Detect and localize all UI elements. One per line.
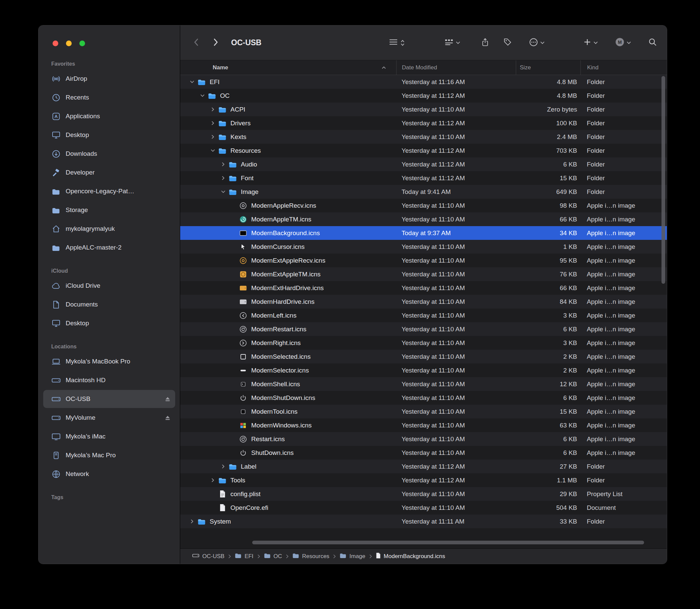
file-row-acpi[interactable]: ACPIYesterday at 11:10 AMZero bytesFolde…	[180, 103, 667, 116]
sidebar-item-myvolume[interactable]: MyVolume	[43, 409, 175, 427]
sidebar-item-documents[interactable]: Documents	[43, 295, 175, 314]
column-header-name[interactable]: Name	[180, 60, 396, 75]
file-row-modernextappletm-icns[interactable]: ModernExtAppleTM.icnsYesterday at 11:10 …	[180, 267, 667, 281]
file-row-modernextapplerecv-icns[interactable]: ModernExtAppleRecv.icnsYesterday at 11:1…	[180, 254, 667, 267]
file-row-config-plist[interactable]: config.plistYesterday at 11:10 AM29 KBPr…	[180, 487, 667, 501]
column-header-date-modified[interactable]: Date Modified	[396, 60, 516, 75]
file-row-modernshell-icns[interactable]: ModernShell.icnsYesterday at 11:10 AM12 …	[180, 377, 667, 391]
search-button[interactable]	[648, 38, 657, 48]
file-row-efi[interactable]: EFIYesterday at 11:16 AM4.8 MBFolder	[180, 75, 667, 89]
sidebar-item-mykola-s-macbook-pro[interactable]: Mykola’s MacBook Pro	[43, 352, 175, 370]
disclosure-triangle[interactable]	[208, 148, 218, 153]
file-name: OpenCore.efi	[230, 504, 268, 511]
file-row-modernwindows-icns[interactable]: ModernWindows.icnsYesterday at 11:10 AM6…	[180, 418, 667, 432]
file-row-kexts[interactable]: KextsYesterday at 11:10 AM2.4 MBFolder	[180, 130, 667, 144]
eject-icon[interactable]	[165, 415, 171, 420]
disclosure-triangle[interactable]	[208, 134, 218, 139]
path-item-image[interactable]: Image	[339, 553, 365, 560]
disclosure-triangle[interactable]	[208, 121, 218, 126]
path-item-resources[interactable]: Resources	[292, 553, 329, 560]
file-row-oc[interactable]: OCYesterday at 11:12 AM4.8 MBFolder	[180, 89, 667, 103]
sidebar-item-macintosh-hd[interactable]: Macintosh HD	[43, 371, 175, 389]
disclosure-triangle[interactable]	[218, 162, 228, 167]
horizontal-scrollbar[interactable]	[252, 541, 644, 544]
date-modified-cell: Yesterday at 11:10 AM	[396, 103, 516, 116]
tags-button[interactable]	[503, 38, 512, 48]
sidebar-item-applications[interactable]: AApplications	[43, 107, 175, 125]
file-name: ModernTool.icns	[251, 408, 297, 415]
file-row-system[interactable]: SystemYesterday at 11:11 AM33 KBFolder	[180, 515, 667, 528]
file-row-modernextharddrive-icns[interactable]: ModernExtHardDrive.icnsYesterday at 11:1…	[180, 281, 667, 295]
disclosure-triangle[interactable]	[187, 80, 197, 84]
close-button[interactable]	[53, 40, 58, 46]
minimize-button[interactable]	[66, 40, 72, 46]
disclosure-triangle[interactable]	[197, 93, 207, 98]
sidebar-item-mykola-s-mac-pro[interactable]: Mykola’s Mac Pro	[43, 446, 175, 464]
account-button[interactable]: M	[615, 37, 631, 48]
file-row-opencore-efi[interactable]: OpenCore.efiYesterday at 11:10 AM504 KBD…	[180, 501, 667, 515]
sidebar-item-desktop[interactable]: Desktop	[43, 126, 175, 144]
file-row-modernright-icns[interactable]: ModernRight.icnsYesterday at 11:10 AM3 K…	[180, 336, 667, 350]
file-row-resources[interactable]: ResourcesYesterday at 11:12 AM703 KBFold…	[180, 144, 667, 157]
path-item-label: Resources	[302, 553, 329, 560]
path-item-oc-usb[interactable]: OC-USB	[192, 553, 224, 560]
file-row-image[interactable]: ImageToday at 9:41 AM649 KBFolder	[180, 185, 667, 199]
sidebar-item-network[interactable]: Network	[43, 465, 175, 483]
file-row-moderncursor-icns[interactable]: ModernCursor.icnsYesterday at 11:10 AM1 …	[180, 240, 667, 254]
file-row-modernrestart-icns[interactable]: ModernRestart.icnsYesterday at 11:10 AM6…	[180, 322, 667, 336]
column-header-size[interactable]: Size	[516, 60, 580, 75]
sidebar-item-icloud-drive[interactable]: iCloud Drive	[43, 277, 175, 295]
file-row-font[interactable]: FontYesterday at 11:12 AM15 KBFolder	[180, 171, 667, 185]
file-row-shutdown-icns[interactable]: ShutDown.icnsYesterday at 11:10 AM6 KBAp…	[180, 446, 667, 459]
disclosure-triangle[interactable]	[218, 176, 228, 180]
file-row-modernapplerecv-icns[interactable]: ModernAppleRecv.icnsYesterday at 11:10 A…	[180, 199, 667, 212]
sidebar-item-downloads[interactable]: Downloads	[43, 145, 175, 163]
size-cell: 15 KB	[516, 405, 580, 418]
sidebar-item-mykola-s-imac[interactable]: Mykola’s iMac	[43, 428, 175, 446]
sidebar-item-opencore-legacy-pat[interactable]: Opencore-Legacy-Pat…	[43, 182, 175, 200]
sidebar-item-applealc-master-2[interactable]: AppleALC-master-2	[43, 239, 175, 257]
path-item-efi[interactable]: EFI	[235, 553, 253, 560]
disclosure-triangle[interactable]	[187, 519, 197, 524]
group-button[interactable]	[444, 38, 460, 47]
vertical-scrollbar[interactable]	[662, 76, 665, 284]
file-row-modernharddrive-icns[interactable]: ModernHardDrive.icnsYesterday at 11:10 A…	[180, 295, 667, 309]
view-options-button[interactable]	[389, 38, 405, 47]
file-row-restart-icns[interactable]: Restart.icnsYesterday at 11:10 AM6 KBApp…	[180, 432, 667, 446]
sidebar-item-airdrop[interactable]: AirDrop	[43, 70, 175, 88]
file-row-audio[interactable]: AudioYesterday at 11:12 AM6 KBFolder	[180, 157, 667, 171]
disclosure-triangle[interactable]	[208, 107, 218, 112]
file-row-modernselector-icns[interactable]: ModernSelector.icnsYesterday at 11:10 AM…	[180, 363, 667, 377]
file-row-moderntool-icns[interactable]: ModernTool.icnsYesterday at 11:10 AM15 K…	[180, 405, 667, 418]
more-options-button[interactable]	[529, 38, 545, 48]
sidebar-item-desktop[interactable]: Desktop	[43, 314, 175, 332]
sidebar-item-storage[interactable]: Storage	[43, 201, 175, 219]
eject-icon[interactable]	[165, 397, 171, 402]
kind-cell: Apple i…n image	[580, 309, 667, 322]
file-row-modernappletm-icns[interactable]: ModernAppleTM.icnsYesterday at 11:10 AM6…	[180, 212, 667, 226]
disclosure-triangle[interactable]	[218, 189, 228, 194]
share-button[interactable]	[482, 38, 489, 48]
sidebar-item-recents[interactable]: Recents	[43, 88, 175, 106]
file-row-tools[interactable]: ToolsYesterday at 11:12 AM1.1 MBFolder	[180, 473, 667, 487]
new-item-button[interactable]	[583, 38, 598, 47]
path-item-oc[interactable]: OC	[264, 553, 282, 560]
sidebar-item-oc-usb[interactable]: OC-USB	[43, 390, 175, 408]
file-row-drivers[interactable]: DriversYesterday at 11:12 AM100 KBFolder	[180, 116, 667, 130]
column-header-kind[interactable]: Kind	[580, 60, 667, 75]
zoom-button[interactable]	[80, 40, 85, 46]
file-row-modernleft-icns[interactable]: ModernLeft.icnsYesterday at 11:10 AM3 KB…	[180, 309, 667, 322]
file-row-label[interactable]: LabelYesterday at 11:12 AM27 KBFolder	[180, 459, 667, 473]
file-row-modernselected-icns[interactable]: ModernSelected.icnsYesterday at 11:10 AM…	[180, 350, 667, 363]
sidebar-item-mykolagrymalyuk[interactable]: mykolagrymalyuk	[43, 220, 175, 238]
disclosure-triangle[interactable]	[218, 464, 228, 469]
file-row-modernbackground-icns[interactable]: ModernBackground.icnsToday at 9:37 AM34 …	[180, 226, 667, 240]
kind-cell: Apple i…n image	[580, 281, 667, 295]
sidebar-item-developer[interactable]: Developer	[43, 163, 175, 181]
back-button[interactable]	[194, 38, 198, 48]
path-item-modernbackground-icns[interactable]: ModernBackground.icns	[376, 552, 445, 560]
forward-button[interactable]	[213, 38, 218, 48]
disclosure-triangle[interactable]	[208, 478, 218, 483]
sidebar: FavoritesAirDropRecentsAApplicationsDesk…	[38, 25, 180, 564]
file-row-modernshutdown-icns[interactable]: ModernShutDown.icnsYesterday at 11:10 AM…	[180, 391, 667, 405]
